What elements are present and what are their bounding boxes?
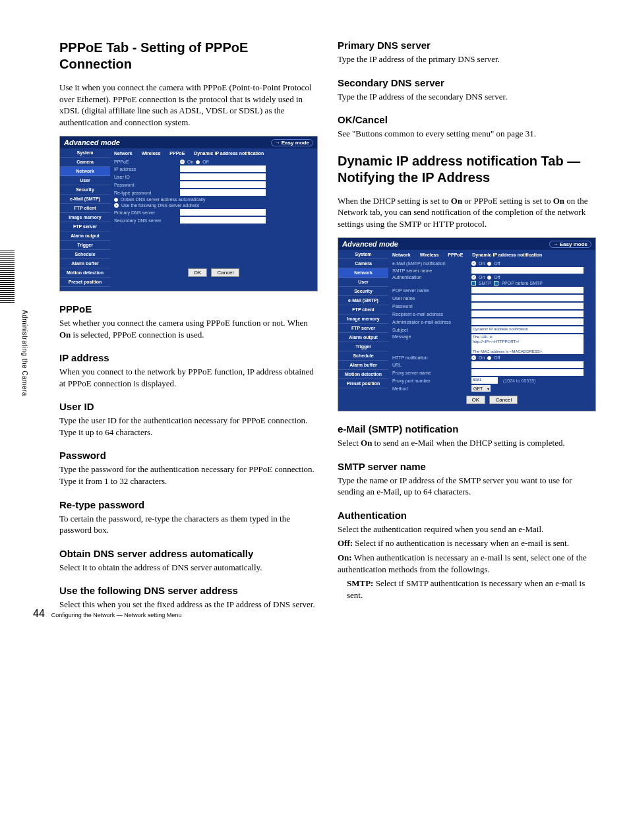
smtp-server-body: Type the name or IP address of the SMTP …	[338, 475, 596, 498]
subject-input[interactable]: Dynamic IP address notification	[471, 326, 584, 333]
radio-off[interactable]	[487, 262, 491, 266]
password-input[interactable]	[471, 303, 584, 309]
radio-auth-on[interactable]	[471, 275, 476, 280]
auth-smtp: SMTP: Select if SMTP authentication is n…	[347, 578, 596, 601]
easy-mode-button[interactable]: → Easy mode	[549, 241, 591, 248]
ok-button[interactable]: OK	[466, 396, 486, 404]
fig1-dns1-label: Primary DNS server	[114, 210, 177, 215]
section-body: Type the password for the authentication…	[59, 464, 318, 487]
nav-item-e-mail-smtp-[interactable]: e-Mail (SMTP)	[338, 296, 388, 305]
nav-item-ftp-server[interactable]: FTP server	[338, 324, 388, 333]
fig1-mode-label: Advanced mode	[64, 138, 120, 146]
radio-off[interactable]	[196, 160, 200, 164]
tab-wireless[interactable]: Wireless	[142, 151, 161, 156]
nav-item-user[interactable]: User	[60, 176, 110, 185]
smtp-server-heading: SMTP server name	[338, 461, 596, 472]
pppoe-screenshot: Advanced mode → Easy mode SystemCameraNe…	[59, 136, 318, 291]
right-column: Primary DNS serverType the IP address of…	[338, 40, 596, 613]
auth-heading: Authentication	[338, 510, 596, 521]
password-input[interactable]	[180, 181, 266, 188]
section-heading: Secondary DNS server	[338, 77, 596, 88]
recipient-input[interactable]	[471, 311, 584, 317]
ip-address-input[interactable]	[180, 165, 266, 172]
nav-item-trigger[interactable]: Trigger	[60, 241, 110, 250]
radio-manual-dns[interactable]	[114, 203, 119, 208]
fig1-dns2-label: Secondary DNS server	[114, 218, 177, 223]
nav-item-security[interactable]: Security	[338, 287, 388, 296]
nav-item-camera[interactable]: Camera	[60, 158, 110, 167]
nav-item-camera[interactable]: Camera	[338, 259, 388, 268]
fig2-proxy-label: Proxy server name	[392, 371, 469, 375]
username-input[interactable]	[471, 295, 584, 301]
radio-auth-off[interactable]	[487, 276, 491, 280]
nav-item-e-mail-smtp-[interactable]: e-Mail (SMTP)	[60, 195, 110, 204]
fig2-tabs: NetworkWirelessPPPoEDynamic IP address n…	[392, 253, 591, 257]
nav-item-image-memory[interactable]: Image memory	[60, 213, 110, 222]
section-body: See "Buttons common to every setting men…	[338, 128, 596, 140]
chk-pop[interactable]	[494, 281, 498, 285]
radio-on[interactable]	[471, 261, 476, 266]
fig2-mode-label: Advanced mode	[342, 240, 398, 248]
tab-network[interactable]: Network	[392, 253, 411, 257]
nav-item-motion-detection[interactable]: Motion detection	[338, 370, 388, 379]
sidebar-section-title: Administrating the Camera	[21, 310, 28, 396]
chk-smtp[interactable]	[471, 281, 476, 285]
nav-item-alarm-buffer[interactable]: Alarm buffer	[338, 361, 388, 370]
pop-server-input[interactable]	[471, 287, 584, 293]
nav-item-user[interactable]: User	[338, 278, 388, 287]
tab-pppoe[interactable]: PPPoE	[169, 151, 185, 156]
nav-item-ftp-client[interactable]: FTP client	[338, 305, 388, 315]
nav-item-preset-position[interactable]: Preset position	[338, 379, 388, 388]
page-footer: 44 Configuring the Network — Network set…	[33, 608, 181, 620]
nav-item-preset-position[interactable]: Preset position	[60, 278, 110, 287]
fig2-user-label: User name	[392, 296, 469, 301]
nav-item-alarm-buffer[interactable]: Alarm buffer	[60, 259, 110, 268]
nav-item-system[interactable]: System	[338, 250, 388, 259]
fig2-pop-label: POP server name	[392, 288, 469, 293]
cancel-button[interactable]: Cancel	[489, 396, 518, 404]
nav-item-schedule[interactable]: Schedule	[338, 351, 388, 361]
nav-item-alarm-output[interactable]: Alarm output	[338, 333, 388, 342]
smtp-server-input[interactable]	[471, 267, 584, 274]
nav-item-network[interactable]: Network	[338, 268, 388, 278]
nav-item-ftp-client[interactable]: FTP client	[60, 204, 110, 213]
easy-mode-button[interactable]: → Easy mode	[271, 139, 313, 146]
pppoe-intro: Use it when you connect the camera with …	[59, 82, 318, 128]
radio-on[interactable]	[180, 160, 185, 164]
admin-email-input[interactable]	[471, 318, 584, 325]
nav-item-system[interactable]: System	[60, 148, 110, 158]
radio-http-off[interactable]	[487, 356, 491, 360]
cancel-button[interactable]: Cancel	[211, 268, 239, 277]
radio-auto-dns[interactable]	[114, 198, 118, 202]
tab-pppoe[interactable]: PPPoE	[448, 253, 463, 257]
proxy-port-input[interactable]: 8081	[471, 377, 498, 384]
section-heading: Re-type password	[59, 499, 318, 510]
nav-item-trigger[interactable]: Trigger	[338, 342, 388, 351]
url-input[interactable]	[471, 361, 584, 368]
nav-item-network[interactable]: Network	[60, 167, 110, 176]
field-label: IP address	[114, 167, 177, 171]
primary-dns-input[interactable]	[180, 209, 266, 216]
section-heading: Use the following DNS server address	[59, 585, 318, 596]
message-textarea[interactable]: The URL is http://<IP>:<HTTPPORT>/ The M…	[471, 334, 584, 354]
radio-http-on[interactable]	[471, 355, 476, 360]
tab-dynamic-ip-address-notification[interactable]: Dynamic IP address notification	[194, 151, 264, 156]
section-body: Select it to obtain the address of DNS s…	[59, 562, 318, 574]
nav-item-ftp-server[interactable]: FTP server	[60, 222, 110, 231]
method-select[interactable]: GET	[471, 385, 491, 392]
tab-network[interactable]: Network	[114, 151, 133, 156]
nav-item-schedule[interactable]: Schedule	[60, 250, 110, 259]
ok-button[interactable]: OK	[188, 268, 208, 277]
fig2-auth-label: Authentication	[392, 275, 469, 280]
nav-item-alarm-output[interactable]: Alarm output	[60, 231, 110, 241]
re-type-password-input[interactable]	[180, 189, 266, 196]
fig2-url-label: URL	[392, 363, 469, 367]
nav-item-security[interactable]: Security	[60, 185, 110, 195]
tab-wireless[interactable]: Wireless	[420, 253, 439, 257]
nav-item-motion-detection[interactable]: Motion detection	[60, 268, 110, 278]
tab-dynamic-ip-address-notification[interactable]: Dynamic IP address notification	[472, 253, 542, 257]
nav-item-image-memory[interactable]: Image memory	[338, 315, 388, 324]
secondary-dns-input[interactable]	[180, 217, 266, 224]
proxy-server-input[interactable]	[471, 369, 584, 376]
user-id-input[interactable]	[180, 173, 266, 180]
